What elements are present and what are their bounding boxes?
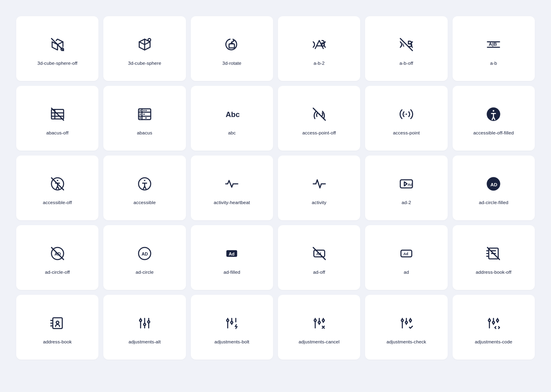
icon-label-a-b-off: a-b-off bbox=[399, 61, 413, 66]
icon-label-access-point-off: access-point-off bbox=[302, 130, 336, 135]
svg-point-18 bbox=[139, 117, 141, 119]
icon-label-accessible: accessible bbox=[134, 200, 156, 205]
icon-card-3d-cube-sphere[interactable]: 3d-cube-sphere bbox=[103, 16, 186, 81]
icon-card-ad[interactable]: Ad ad bbox=[365, 225, 447, 290]
icon-label-activity: activity bbox=[312, 200, 327, 205]
icon-card-abc[interactable]: Abc abc bbox=[191, 86, 273, 151]
icon-card-a-b[interactable]: A|B a-b bbox=[453, 16, 535, 81]
svg-point-82 bbox=[493, 322, 495, 324]
icon-card-activity[interactable]: activity bbox=[278, 156, 360, 220]
icon-label-adjustments-code: adjustments-code bbox=[475, 339, 513, 344]
svg-point-58 bbox=[139, 320, 141, 322]
svg-point-25 bbox=[493, 110, 494, 112]
a-b-2-icon bbox=[310, 35, 329, 54]
svg-point-17 bbox=[143, 113, 145, 115]
ad-2-icon: Ad bbox=[397, 174, 416, 194]
icon-label-3d-cube-sphere-off: 3d-cube-sphere-off bbox=[37, 61, 77, 66]
access-point-off-icon bbox=[310, 104, 329, 124]
svg-text:AD: AD bbox=[491, 182, 498, 187]
icon-card-ad-2[interactable]: Ad ad-2 bbox=[365, 156, 447, 220]
ad-circle-off-icon: AD bbox=[48, 244, 67, 263]
svg-point-1 bbox=[148, 38, 151, 41]
icon-card-abacus-off[interactable]: abacus-off bbox=[16, 86, 98, 151]
icon-label-address-book: address-book bbox=[43, 339, 72, 344]
svg-text:Ad: Ad bbox=[403, 252, 408, 256]
svg-point-15 bbox=[145, 110, 147, 111]
icon-label-a-b: a-b bbox=[490, 61, 497, 66]
icon-label-abacus: abacus bbox=[137, 130, 152, 135]
abc-icon: Abc bbox=[222, 104, 241, 124]
icon-card-ad-circle-filled[interactable]: AD ad-circle-filled bbox=[453, 156, 535, 220]
svg-point-59 bbox=[143, 324, 145, 326]
ad-off-icon: Ad bbox=[310, 244, 329, 263]
icon-label-accessible-off: accessible-off bbox=[43, 200, 72, 205]
icon-label-adjustments-alt: adjustments-alt bbox=[128, 339, 161, 344]
icon-label-ad-circle-filled: ad-circle-filled bbox=[479, 200, 508, 205]
svg-point-60 bbox=[147, 321, 149, 323]
accessible-off-filled-icon bbox=[484, 104, 503, 124]
svg-point-71 bbox=[322, 320, 324, 322]
3d-cube-sphere-off-icon bbox=[48, 35, 67, 54]
3d-cube-sphere-icon bbox=[135, 35, 154, 54]
icon-card-ad-circle-off[interactable]: AD ad-circle-off bbox=[16, 225, 98, 290]
svg-text:Abc: Abc bbox=[226, 110, 240, 119]
a-b-off-icon: A bbox=[397, 35, 416, 54]
svg-point-21 bbox=[318, 113, 320, 115]
svg-point-70 bbox=[318, 322, 320, 324]
adjustments-alt-icon bbox=[135, 313, 154, 333]
icon-card-access-point-off[interactable]: access-point-off bbox=[278, 86, 360, 151]
icon-label-adjustments-bolt: adjustments-bolt bbox=[214, 339, 249, 344]
svg-point-64 bbox=[227, 320, 229, 322]
abacus-off-icon bbox=[48, 104, 67, 124]
icon-card-address-book[interactable]: address-book bbox=[16, 295, 98, 360]
ad-circle-icon: AD bbox=[135, 244, 154, 263]
icon-card-accessible[interactable]: accessible bbox=[103, 156, 186, 220]
svg-rect-50 bbox=[53, 318, 62, 329]
adjustments-bolt-icon bbox=[222, 313, 241, 333]
svg-text:Ad: Ad bbox=[316, 252, 321, 256]
icon-label-activity-heartbeat: activity-heartbeat bbox=[214, 200, 250, 205]
icon-card-a-b-2[interactable]: a-b-2 bbox=[278, 16, 360, 81]
icon-card-accessible-off-filled[interactable]: accessible-off-filled bbox=[453, 86, 535, 151]
access-point-icon: · bbox=[397, 104, 416, 124]
svg-point-77 bbox=[409, 320, 411, 322]
icon-card-ad-circle[interactable]: AD ad-circle bbox=[103, 225, 186, 290]
svg-point-69 bbox=[314, 320, 316, 322]
icon-card-address-book-off[interactable]: address-book-off bbox=[453, 225, 535, 290]
svg-point-14 bbox=[143, 110, 145, 111]
icon-card-adjustments-check[interactable]: adjustments-check bbox=[365, 295, 447, 360]
ad-filled-icon: Ad bbox=[222, 244, 241, 263]
icon-card-adjustments-cancel[interactable]: adjustments-cancel bbox=[278, 295, 360, 360]
a-b-icon: A|B bbox=[484, 35, 503, 54]
svg-point-81 bbox=[489, 320, 491, 322]
svg-point-27 bbox=[57, 180, 58, 181]
svg-point-13 bbox=[139, 110, 141, 111]
icon-label-ad-filled: ad-filled bbox=[224, 270, 240, 275]
icon-card-3d-cube-sphere-off[interactable]: 3d-cube-sphere-off bbox=[16, 16, 98, 81]
icon-card-adjustments-code[interactable]: adjustments-code bbox=[453, 295, 535, 360]
icon-card-accessible-off[interactable]: accessible-off bbox=[16, 156, 98, 220]
svg-text:AD: AD bbox=[141, 251, 148, 256]
icon-card-abacus[interactable]: abacus bbox=[103, 86, 186, 151]
activity-heartbeat-icon bbox=[222, 174, 241, 194]
icon-card-ad-off[interactable]: Ad ad-off bbox=[278, 225, 360, 290]
icon-card-activity-heartbeat[interactable]: activity-heartbeat bbox=[191, 156, 273, 220]
svg-point-29 bbox=[144, 180, 145, 181]
icon-card-ad-filled[interactable]: Ad ad-filled bbox=[191, 225, 273, 290]
address-book-icon bbox=[48, 313, 67, 333]
icon-label-ad-circle-off: ad-circle-off bbox=[45, 270, 70, 275]
svg-text:A|B: A|B bbox=[489, 41, 497, 47]
icon-card-adjustments-bolt[interactable]: adjustments-bolt bbox=[191, 295, 273, 360]
svg-point-76 bbox=[405, 322, 407, 324]
adjustments-cancel-icon bbox=[310, 313, 329, 333]
svg-point-16 bbox=[139, 113, 141, 115]
icon-label-a-b-2: a-b-2 bbox=[314, 61, 325, 66]
icon-card-3d-rotate[interactable]: 3d-rotate bbox=[191, 16, 273, 81]
icon-card-access-point[interactable]: · access-point bbox=[365, 86, 447, 151]
adjustments-code-icon bbox=[484, 313, 503, 333]
icon-card-adjustments-alt[interactable]: adjustments-alt bbox=[103, 295, 186, 360]
adjustments-check-icon bbox=[397, 313, 416, 333]
icon-card-a-b-off[interactable]: A a-b-off bbox=[365, 16, 447, 81]
icon-label-ad-off: ad-off bbox=[313, 270, 325, 275]
icon-label-ad-2: ad-2 bbox=[402, 200, 411, 205]
